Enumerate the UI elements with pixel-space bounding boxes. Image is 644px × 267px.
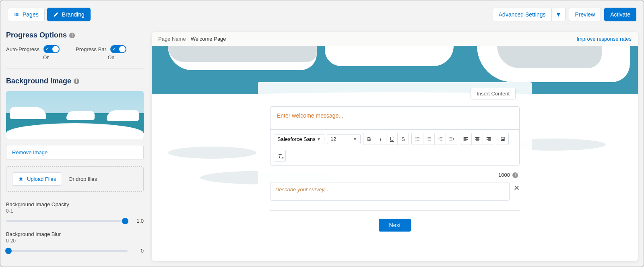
- number-list-icon: [426, 136, 432, 142]
- opacity-label: Background Image Opacity: [6, 201, 144, 207]
- blur-value: 0: [132, 248, 144, 254]
- info-icon[interactable]: i: [74, 79, 79, 84]
- background-image-title: Background Image i: [6, 77, 144, 85]
- insert-content-button[interactable]: Insert Content: [471, 88, 516, 99]
- welcome-editor: Enter welcome message... Salesforce Sans…: [270, 106, 520, 166]
- advanced-settings-button[interactable]: Advanced Settings: [493, 8, 552, 21]
- outdent-button[interactable]: [434, 133, 446, 145]
- align-right-icon: [486, 136, 491, 142]
- align-left-button[interactable]: [460, 133, 471, 145]
- align-right-button[interactable]: [483, 133, 494, 145]
- outdent-icon: [438, 136, 443, 142]
- welcome-textarea[interactable]: Enter welcome message...: [270, 107, 519, 129]
- page-name-label: Page Name: [158, 36, 186, 42]
- blur-range: 0-20: [6, 238, 144, 244]
- progress-options-title: Progress Options i: [6, 31, 144, 39]
- underline-button[interactable]: U: [386, 133, 397, 145]
- auto-progress-label: Auto-Progress: [6, 46, 39, 52]
- font-size-select[interactable]: 12▼: [327, 134, 361, 144]
- bullet-list-icon: [415, 136, 420, 142]
- strike-button[interactable]: S: [397, 133, 409, 145]
- caret-down-icon: ▼: [556, 11, 561, 18]
- page-name-value: Welcome Page: [191, 36, 226, 42]
- auto-progress-toggle[interactable]: ✓: [43, 45, 60, 53]
- progress-bar-toggle[interactable]: ✓: [110, 45, 126, 53]
- blur-label: Background Image Blur: [6, 231, 144, 237]
- next-button[interactable]: Next: [379, 219, 411, 232]
- pages-button[interactable]: Pages: [8, 8, 45, 21]
- branding-sidebar: Progress Options i Auto-Progress ✓ On Pr…: [0, 27, 149, 267]
- number-list-button[interactable]: [423, 133, 434, 145]
- improve-response-link[interactable]: Improve response rates: [576, 36, 632, 42]
- activate-button[interactable]: Activate: [604, 8, 636, 21]
- info-icon[interactable]: i: [69, 33, 75, 38]
- caret-down-icon: ▼: [353, 137, 357, 141]
- font-family-select[interactable]: Salesforce Sans▼: [274, 134, 324, 144]
- preview-label: Preview: [575, 11, 595, 18]
- describe-textarea[interactable]: Describe your survey...: [270, 182, 510, 201]
- bullet-list-button[interactable]: [412, 133, 423, 145]
- upload-dropzone[interactable]: Upload Files Or drop files: [6, 166, 144, 192]
- indent-button[interactable]: [446, 133, 457, 145]
- preview-button[interactable]: Preview: [569, 8, 601, 21]
- info-icon[interactable]: i: [512, 172, 518, 178]
- drop-files-text: Or drop files: [68, 176, 97, 182]
- pencil-icon: [53, 12, 59, 17]
- progress-bar-state: On: [108, 55, 114, 60]
- close-icon[interactable]: ✕: [514, 182, 520, 192]
- advanced-settings-dropdown[interactable]: ▼: [552, 8, 566, 21]
- opacity-slider[interactable]: [6, 220, 128, 222]
- align-center-icon: [475, 136, 480, 142]
- branding-label: Branding: [62, 11, 85, 18]
- bold-button[interactable]: B: [363, 133, 375, 145]
- progress-bar-label: Progress Bar: [76, 46, 106, 52]
- list-icon: [14, 12, 19, 17]
- clear-format-button[interactable]: T✕: [274, 150, 285, 161]
- align-left-icon: [463, 136, 469, 142]
- activate-label: Activate: [610, 11, 630, 18]
- upload-icon: [18, 176, 24, 182]
- caret-down-icon: ▼: [317, 137, 321, 141]
- italic-button[interactable]: I: [375, 133, 386, 145]
- opacity-range: 0-1: [6, 208, 144, 214]
- top-toolbar: Pages Branding Advanced Settings ▼ Previ…: [0, 0, 644, 27]
- pages-label: Pages: [23, 11, 39, 18]
- survey-preview-frame: Page Name Welcome Page Improve response …: [152, 32, 638, 261]
- rich-text-toolbar: Salesforce Sans▼ 12▼ B I U S: [270, 129, 519, 165]
- align-center-button[interactable]: [471, 133, 483, 145]
- advanced-settings-label: Advanced Settings: [499, 11, 546, 18]
- indent-icon: [449, 136, 454, 142]
- image-button[interactable]: [497, 133, 508, 145]
- char-counter: 1000: [498, 172, 510, 178]
- upload-files-button[interactable]: Upload Files: [12, 172, 62, 186]
- opacity-value: 1.0: [132, 218, 144, 224]
- welcome-card: Insert Content Enter welcome message... …: [258, 82, 532, 241]
- auto-progress-state: On: [43, 55, 50, 60]
- remove-image-button[interactable]: Remove Image: [6, 145, 144, 160]
- branding-button[interactable]: Branding: [47, 8, 91, 21]
- image-icon: [500, 136, 506, 142]
- survey-canvas: Insert Content Enter welcome message... …: [152, 46, 638, 261]
- blur-slider[interactable]: [6, 250, 128, 252]
- background-thumbnail[interactable]: [6, 91, 144, 139]
